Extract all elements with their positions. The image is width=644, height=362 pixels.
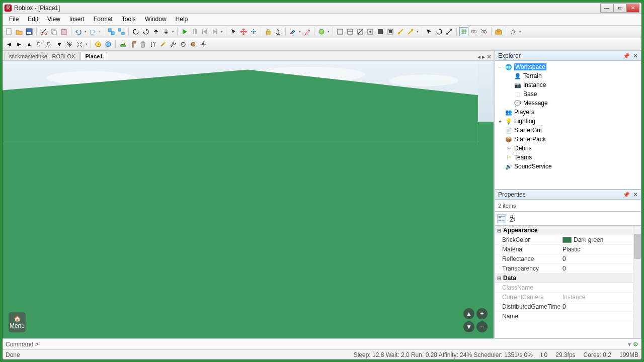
- tree-toggle-icon[interactable]: −: [497, 64, 503, 70]
- menu-file[interactable]: File: [5, 14, 23, 25]
- titlebar[interactable]: R Roblox - [Place1] — ▭ ✕: [3, 3, 641, 14]
- settings-dropdown[interactable]: ▾: [519, 27, 522, 36]
- tree-item-lighting[interactable]: +💡Lighting: [495, 117, 641, 126]
- tree-toggle-icon[interactable]: +: [497, 119, 503, 124]
- sky-icon[interactable]: [104, 40, 113, 49]
- prop-value[interactable]: Dark green: [560, 236, 641, 243]
- group-icon[interactable]: [107, 27, 116, 36]
- maximize-button[interactable]: ▭: [613, 4, 626, 13]
- prop-value[interactable]: 0: [560, 255, 641, 262]
- prop-value[interactable]: Instance: [560, 294, 641, 301]
- prop-category-appearance[interactable]: ⊟Appearance: [495, 226, 641, 235]
- joint1-icon[interactable]: [396, 27, 405, 36]
- prop-row-material[interactable]: MaterialPlastic: [495, 245, 641, 254]
- prop-value[interactable]: 0: [560, 303, 641, 310]
- pin-icon[interactable]: 📌: [623, 53, 630, 59]
- menu-help[interactable]: Help: [171, 14, 193, 25]
- tree-item-terrain[interactable]: 👤Terrain: [495, 71, 641, 80]
- redo-dropdown[interactable]: ▾: [98, 27, 101, 36]
- joint2-icon[interactable]: [406, 27, 415, 36]
- command-gear-icon[interactable]: ⚙: [633, 341, 638, 348]
- tree-item-teams[interactable]: 🏳Teams: [495, 153, 641, 162]
- command-bar[interactable]: Command > ▾ ⚙: [3, 338, 641, 349]
- constrain1-icon[interactable]: [469, 27, 478, 36]
- menu-view[interactable]: View: [43, 14, 65, 25]
- surface6-icon[interactable]: [386, 27, 395, 36]
- open-icon[interactable]: [15, 27, 24, 36]
- time-icon[interactable]: [94, 40, 103, 49]
- prop-value[interactable]: Plastic: [560, 246, 641, 253]
- tree-item-base[interactable]: ◫Base: [495, 89, 641, 99]
- prop-row-transparency[interactable]: Transparency0: [495, 264, 641, 274]
- rotate-dropdown[interactable]: ▾: [172, 27, 175, 36]
- tab-prev-icon[interactable]: ◂: [477, 53, 480, 60]
- arrow-upright-icon[interactable]: [45, 40, 54, 49]
- tree-item-instance[interactable]: 📷Instance: [495, 80, 641, 89]
- tree-item-debris[interactable]: ❄Debris: [495, 144, 641, 153]
- material-dropdown[interactable]: ▾: [327, 27, 330, 36]
- tab-next-icon[interactable]: ▸: [482, 53, 485, 60]
- play-dropdown[interactable]: ▾: [220, 27, 223, 36]
- tree-item-workspace[interactable]: −🌐Workspace: [495, 62, 641, 71]
- sort-icon[interactable]: [148, 40, 157, 49]
- dropper-icon[interactable]: [302, 27, 311, 36]
- explorer-tree[interactable]: −🌐Workspace👤Terrain📷Instance◫Base💬Messag…: [495, 61, 641, 190]
- scale-icon[interactable]: [249, 27, 258, 36]
- surface3-icon[interactable]: [356, 27, 365, 36]
- play-icon[interactable]: [180, 27, 189, 36]
- zoom-in-button[interactable]: +: [476, 308, 488, 319]
- save-icon[interactable]: [25, 27, 34, 36]
- surface2-icon[interactable]: [346, 27, 355, 36]
- wrench-icon[interactable]: [169, 40, 178, 49]
- constrain2-icon[interactable]: [479, 27, 489, 36]
- snap-icon[interactable]: [199, 40, 208, 49]
- zoom-out-button[interactable]: −: [476, 321, 488, 332]
- drag-select-icon[interactable]: [425, 27, 434, 36]
- wand-icon[interactable]: [158, 40, 168, 49]
- arrow-upleft-icon[interactable]: [35, 40, 44, 49]
- surface4-icon[interactable]: [366, 27, 375, 36]
- prop-value[interactable]: 0: [560, 265, 641, 272]
- rotate-left-icon[interactable]: [131, 27, 140, 36]
- prop-row-reflectance[interactable]: Reflectance0: [495, 254, 641, 264]
- nav-dropdown[interactable]: ▾: [85, 40, 88, 49]
- sphere-icon[interactable]: [189, 40, 198, 49]
- hammer-icon[interactable]: [128, 40, 137, 49]
- expand-icon[interactable]: [75, 40, 84, 49]
- tab-close-icon[interactable]: ✕: [487, 53, 492, 60]
- menu-tools[interactable]: Tools: [117, 14, 140, 25]
- command-input[interactable]: [40, 341, 628, 348]
- menu-format[interactable]: Format: [89, 14, 117, 25]
- settings-icon[interactable]: [509, 27, 518, 36]
- anchor-icon[interactable]: [274, 27, 283, 36]
- step-fwd-icon[interactable]: [210, 27, 219, 36]
- ungroup-icon[interactable]: [117, 27, 126, 36]
- trash-icon[interactable]: [138, 40, 147, 49]
- panel-close-icon[interactable]: ✕: [633, 52, 638, 59]
- reload-icon[interactable]: [179, 40, 188, 49]
- prop-category-data[interactable]: ⊟Data: [495, 274, 641, 283]
- arrow-down-icon[interactable]: ▼: [55, 40, 64, 49]
- cut-icon[interactable]: [39, 27, 48, 36]
- drag-resize-icon[interactable]: [445, 27, 454, 36]
- drag-rotate-icon[interactable]: [435, 27, 444, 36]
- tab-inactive[interactable]: stickmasterluke - ROBLOX: [5, 52, 79, 60]
- properties-scrollbar[interactable]: [633, 226, 641, 338]
- panel-close-icon[interactable]: ✕: [633, 191, 638, 198]
- explorer-title[interactable]: Explorer 📌 ✕: [495, 51, 641, 61]
- menu-insert[interactable]: Insert: [65, 14, 89, 25]
- arrow-left-icon[interactable]: ◄: [5, 40, 14, 49]
- tree-item-soundservice[interactable]: 🔊SoundService: [495, 162, 641, 171]
- command-dropdown-icon[interactable]: ▾: [628, 341, 631, 348]
- tree-item-startergui[interactable]: 📄StarterGui: [495, 126, 641, 135]
- grid-icon[interactable]: [459, 27, 468, 36]
- properties-grid[interactable]: ⊟AppearanceBrickColorDark greenMaterialP…: [495, 226, 641, 338]
- category-toggle-icon[interactable]: ⊟: [497, 228, 503, 233]
- menu-window[interactable]: Window: [140, 14, 171, 25]
- prop-row-name[interactable]: Name: [495, 312, 641, 321]
- undo-icon[interactable]: [74, 27, 83, 36]
- categorize-icon[interactable]: [497, 214, 506, 223]
- arrow-right-icon[interactable]: ►: [15, 40, 24, 49]
- hud-menu-button[interactable]: 🏠 Menu: [9, 312, 26, 332]
- paste-icon[interactable]: [59, 27, 68, 36]
